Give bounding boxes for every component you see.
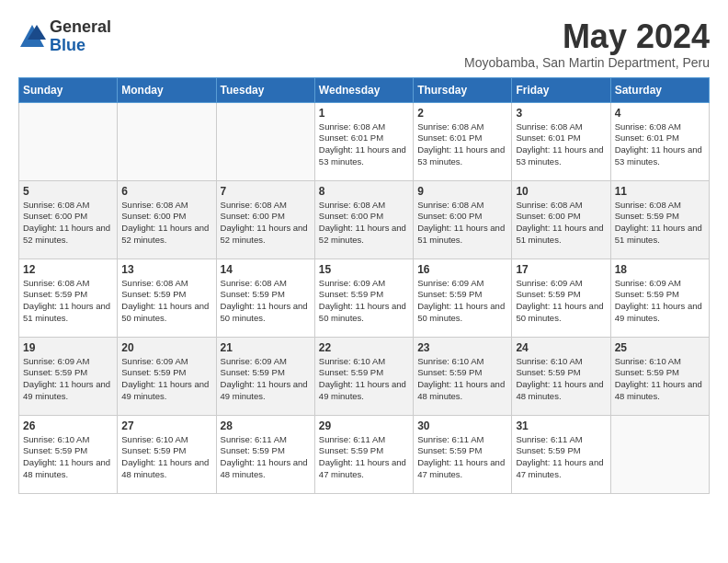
cell-1-2: 7Sunrise: 6:08 AM Sunset: 6:00 PM Daylig… xyxy=(216,180,314,259)
day-info-28: Sunrise: 6:11 AM Sunset: 5:59 PM Dayligh… xyxy=(221,434,311,481)
day-number-14: 14 xyxy=(221,263,311,276)
cell-4-0: 26Sunrise: 6:10 AM Sunset: 5:59 PM Dayli… xyxy=(19,415,118,493)
day-info-14: Sunrise: 6:08 AM Sunset: 5:59 PM Dayligh… xyxy=(221,278,311,325)
cell-0-6: 4Sunrise: 6:08 AM Sunset: 6:01 PM Daylig… xyxy=(610,102,709,180)
day-number-7: 7 xyxy=(221,185,311,198)
day-number-29: 29 xyxy=(319,419,409,432)
page-header: General Blue May 2024 Moyobamba, San Mar… xyxy=(18,18,710,70)
logo-text: General Blue xyxy=(50,18,111,55)
cell-4-6 xyxy=(610,415,709,493)
day-number-13: 13 xyxy=(121,263,211,276)
day-info-18: Sunrise: 6:09 AM Sunset: 5:59 PM Dayligh… xyxy=(615,278,705,325)
day-info-27: Sunrise: 6:10 AM Sunset: 5:59 PM Dayligh… xyxy=(121,434,211,481)
day-number-28: 28 xyxy=(221,419,311,432)
cell-4-4: 30Sunrise: 6:11 AM Sunset: 5:59 PM Dayli… xyxy=(414,415,512,493)
day-number-21: 21 xyxy=(221,341,311,354)
day-number-4: 4 xyxy=(615,107,705,120)
day-info-8: Sunrise: 6:08 AM Sunset: 6:00 PM Dayligh… xyxy=(319,200,409,247)
day-info-13: Sunrise: 6:08 AM Sunset: 5:59 PM Dayligh… xyxy=(121,278,211,325)
day-info-1: Sunrise: 6:08 AM Sunset: 6:01 PM Dayligh… xyxy=(319,121,409,168)
cell-4-5: 31Sunrise: 6:11 AM Sunset: 5:59 PM Dayli… xyxy=(512,415,610,493)
cell-2-3: 15Sunrise: 6:09 AM Sunset: 5:59 PM Dayli… xyxy=(314,259,413,337)
day-number-27: 27 xyxy=(121,419,211,432)
day-number-8: 8 xyxy=(319,185,409,198)
title-block: May 2024 Moyobamba, San Martin Departmen… xyxy=(464,18,710,70)
cell-1-6: 11Sunrise: 6:08 AM Sunset: 5:59 PM Dayli… xyxy=(610,180,709,259)
main-title: May 2024 xyxy=(464,18,710,55)
day-number-2: 2 xyxy=(417,107,507,120)
cell-3-4: 23Sunrise: 6:10 AM Sunset: 5:59 PM Dayli… xyxy=(414,337,512,415)
cell-0-0 xyxy=(19,102,118,180)
cell-0-1 xyxy=(118,102,216,180)
day-info-6: Sunrise: 6:08 AM Sunset: 6:00 PM Dayligh… xyxy=(121,200,211,247)
day-number-22: 22 xyxy=(319,341,409,354)
day-info-12: Sunrise: 6:08 AM Sunset: 5:59 PM Dayligh… xyxy=(23,278,113,325)
day-info-22: Sunrise: 6:10 AM Sunset: 5:59 PM Dayligh… xyxy=(319,356,409,403)
week-row-3: 19Sunrise: 6:09 AM Sunset: 5:59 PM Dayli… xyxy=(19,337,710,415)
week-row-2: 12Sunrise: 6:08 AM Sunset: 5:59 PM Dayli… xyxy=(19,259,710,337)
header-sunday: Sunday xyxy=(19,77,118,102)
week-row-1: 5Sunrise: 6:08 AM Sunset: 6:00 PM Daylig… xyxy=(19,180,710,259)
cell-2-0: 12Sunrise: 6:08 AM Sunset: 5:59 PM Dayli… xyxy=(19,259,118,337)
cell-2-5: 17Sunrise: 6:09 AM Sunset: 5:59 PM Dayli… xyxy=(512,259,610,337)
calendar-table: Sunday Monday Tuesday Wednesday Thursday… xyxy=(18,77,710,494)
day-info-17: Sunrise: 6:09 AM Sunset: 5:59 PM Dayligh… xyxy=(516,278,606,325)
day-number-16: 16 xyxy=(417,263,507,276)
cell-3-0: 19Sunrise: 6:09 AM Sunset: 5:59 PM Dayli… xyxy=(19,337,118,415)
cell-2-1: 13Sunrise: 6:08 AM Sunset: 5:59 PM Dayli… xyxy=(118,259,216,337)
cell-3-2: 21Sunrise: 6:09 AM Sunset: 5:59 PM Dayli… xyxy=(216,337,314,415)
cell-1-1: 6Sunrise: 6:08 AM Sunset: 6:00 PM Daylig… xyxy=(118,180,216,259)
day-number-9: 9 xyxy=(417,185,507,198)
cell-1-0: 5Sunrise: 6:08 AM Sunset: 6:00 PM Daylig… xyxy=(19,180,118,259)
cell-0-3: 1Sunrise: 6:08 AM Sunset: 6:01 PM Daylig… xyxy=(314,102,413,180)
day-info-19: Sunrise: 6:09 AM Sunset: 5:59 PM Dayligh… xyxy=(23,356,113,403)
cell-3-1: 20Sunrise: 6:09 AM Sunset: 5:59 PM Dayli… xyxy=(118,337,216,415)
day-info-16: Sunrise: 6:09 AM Sunset: 5:59 PM Dayligh… xyxy=(417,278,507,325)
week-row-0: 1Sunrise: 6:08 AM Sunset: 6:01 PM Daylig… xyxy=(19,102,710,180)
cell-2-2: 14Sunrise: 6:08 AM Sunset: 5:59 PM Dayli… xyxy=(216,259,314,337)
day-info-4: Sunrise: 6:08 AM Sunset: 6:01 PM Dayligh… xyxy=(615,121,705,168)
day-info-2: Sunrise: 6:08 AM Sunset: 6:01 PM Dayligh… xyxy=(417,121,507,168)
day-number-5: 5 xyxy=(23,185,113,198)
day-info-20: Sunrise: 6:09 AM Sunset: 5:59 PM Dayligh… xyxy=(121,356,211,403)
day-info-7: Sunrise: 6:08 AM Sunset: 6:00 PM Dayligh… xyxy=(221,200,311,247)
header-monday: Monday xyxy=(118,77,216,102)
cell-1-4: 9Sunrise: 6:08 AM Sunset: 6:00 PM Daylig… xyxy=(414,180,512,259)
day-number-25: 25 xyxy=(615,341,705,354)
day-info-25: Sunrise: 6:10 AM Sunset: 5:59 PM Dayligh… xyxy=(615,356,705,403)
day-info-29: Sunrise: 6:11 AM Sunset: 5:59 PM Dayligh… xyxy=(319,434,409,481)
day-number-10: 10 xyxy=(516,185,606,198)
day-number-12: 12 xyxy=(23,263,113,276)
logo: General Blue xyxy=(18,18,111,55)
day-info-9: Sunrise: 6:08 AM Sunset: 6:00 PM Dayligh… xyxy=(417,200,507,247)
header-thursday: Thursday xyxy=(414,77,512,102)
day-number-17: 17 xyxy=(516,263,606,276)
cell-0-4: 2Sunrise: 6:08 AM Sunset: 6:01 PM Daylig… xyxy=(414,102,512,180)
day-info-21: Sunrise: 6:09 AM Sunset: 5:59 PM Dayligh… xyxy=(221,356,311,403)
cell-3-5: 24Sunrise: 6:10 AM Sunset: 5:59 PM Dayli… xyxy=(512,337,610,415)
day-number-3: 3 xyxy=(516,107,606,120)
logo-blue: Blue xyxy=(50,37,111,55)
logo-icon xyxy=(18,23,46,51)
day-number-30: 30 xyxy=(417,419,507,432)
cell-4-1: 27Sunrise: 6:10 AM Sunset: 5:59 PM Dayli… xyxy=(118,415,216,493)
day-number-1: 1 xyxy=(319,107,409,120)
cell-4-3: 29Sunrise: 6:11 AM Sunset: 5:59 PM Dayli… xyxy=(314,415,413,493)
day-number-20: 20 xyxy=(121,341,211,354)
day-info-31: Sunrise: 6:11 AM Sunset: 5:59 PM Dayligh… xyxy=(516,434,606,481)
day-number-11: 11 xyxy=(615,185,705,198)
day-number-6: 6 xyxy=(121,185,211,198)
subtitle: Moyobamba, San Martin Department, Peru xyxy=(464,55,710,70)
day-info-24: Sunrise: 6:10 AM Sunset: 5:59 PM Dayligh… xyxy=(516,356,606,403)
day-info-30: Sunrise: 6:11 AM Sunset: 5:59 PM Dayligh… xyxy=(417,434,507,481)
header-tuesday: Tuesday xyxy=(216,77,314,102)
day-info-15: Sunrise: 6:09 AM Sunset: 5:59 PM Dayligh… xyxy=(319,278,409,325)
cell-3-3: 22Sunrise: 6:10 AM Sunset: 5:59 PM Dayli… xyxy=(314,337,413,415)
day-info-5: Sunrise: 6:08 AM Sunset: 6:00 PM Dayligh… xyxy=(23,200,113,247)
week-row-4: 26Sunrise: 6:10 AM Sunset: 5:59 PM Dayli… xyxy=(19,415,710,493)
cell-2-6: 18Sunrise: 6:09 AM Sunset: 5:59 PM Dayli… xyxy=(610,259,709,337)
day-info-10: Sunrise: 6:08 AM Sunset: 6:00 PM Dayligh… xyxy=(516,200,606,247)
cell-0-5: 3Sunrise: 6:08 AM Sunset: 6:01 PM Daylig… xyxy=(512,102,610,180)
day-number-26: 26 xyxy=(23,419,113,432)
logo-general: General xyxy=(50,18,111,37)
